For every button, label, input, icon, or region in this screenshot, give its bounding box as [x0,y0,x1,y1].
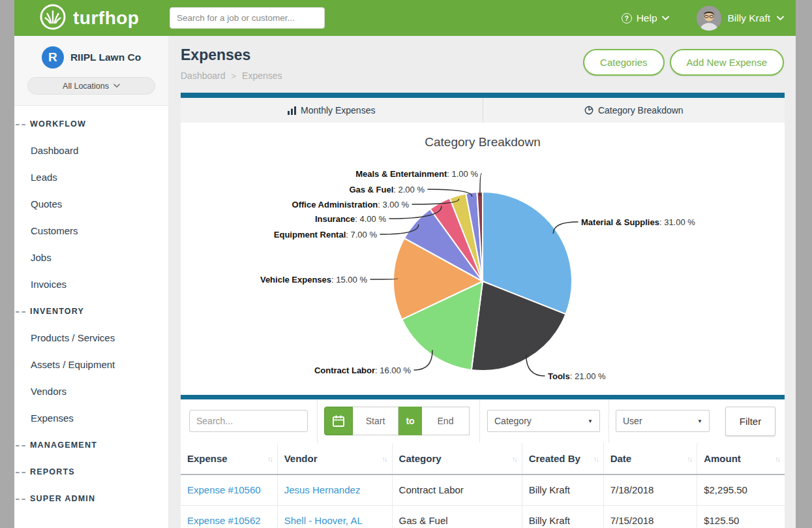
dashed-line-icon [16,472,25,473]
global-search-input[interactable] [170,7,325,29]
sidebar-section-reports[interactable]: REPORTS [14,458,168,485]
sidebar-section-label: REPORTS [30,467,75,476]
sidebar-item-invoices[interactable]: Invoices [14,271,168,298]
sidebar-section-management[interactable]: MANAGEMENT [14,431,168,458]
sidebar-company-block: R RIIPL Lawn Co All Locations [14,36,168,106]
company-name: RIIPL Lawn Co [70,52,141,63]
sort-icon[interactable]: ↑↓ [382,455,387,463]
breadcrumb-separator-icon: > [232,71,237,81]
help-icon: ? [622,13,632,23]
sidebar: R RIIPL Lawn Co All Locations WORKFLOWDa… [14,36,168,528]
chart-tabs: Monthly Expenses Category Breakdown [181,98,785,123]
table-row: Expense #10562Shell - Hoover, ALGas & Fu… [181,505,785,528]
chevron-down-icon [777,16,784,21]
sidebar-item-expenses[interactable]: Expenses [14,405,168,431]
main-content: Expenses Dashboard > Expenses Categories… [168,36,796,528]
cell-category: Contract Labor [392,474,522,505]
panel-top-accent [181,93,785,98]
sidebar-item-customers[interactable]: Customers [14,217,168,244]
sidebar-item-assets-equipment[interactable]: Assets / Equipment [14,351,168,378]
column-header-created-by[interactable]: Created By↑↓ [522,443,603,474]
pie-label-office-administration: Office Administration: 3.00 % [292,200,409,210]
sort-icon[interactable]: ↑↓ [687,455,691,463]
categories-button[interactable]: Categories [583,49,665,76]
brand-logo[interactable]: turfhop [39,3,139,33]
dashed-line-icon [16,445,25,446]
calendar-button[interactable] [324,407,353,435]
column-header-amount[interactable]: Amount↑↓ [697,443,785,474]
table-search-input[interactable] [189,410,308,432]
user-select[interactable]: User ▼ [616,410,710,432]
left-gutter [0,0,14,528]
category-select[interactable]: Category ▼ [487,410,600,432]
column-header-date[interactable]: Date↑↓ [603,443,697,474]
select-arrow-icon: ▼ [588,418,593,424]
sidebar-item-jobs[interactable]: Jobs [14,244,168,271]
turfhop-grass-icon [39,3,67,33]
sidebar-section-label: SUPER ADMIN [30,494,95,503]
date-start-input[interactable] [353,407,398,435]
pie-label-contract-labor: Contract Labor: 16.00 % [314,365,411,375]
breadcrumb: Dashboard > Expenses [181,70,282,81]
pie-label-meals-entertainment: Meals & Entertainment: 1.00 % [355,169,478,179]
sort-icon[interactable]: ↑↓ [775,455,779,463]
column-header-category[interactable]: Category↑↓ [392,443,522,474]
cell-expense[interactable]: Expense #10562 [181,505,277,528]
cell-amount: $2,295.50 [697,474,785,505]
sidebar-item-quotes[interactable]: Quotes [14,191,168,217]
table-row: Expense #10560Jesus HernandezContract La… [181,474,785,505]
chevron-down-icon [113,84,120,88]
expenses-table: Expense↑↓Vendor↑↓Category↑↓Created By↑↓D… [181,443,785,528]
cell-amount: $125.50 [697,505,785,528]
pie-label-equipment-rental: Equipment Rental: 7.00 % [274,230,377,240]
cell-expense[interactable]: Expense #10560 [181,474,277,505]
expenses-panel: Monthly Expenses Category Breakdown Cate… [181,93,785,528]
cell-vendor[interactable]: Jesus Hernandez [277,474,392,505]
column-header-expense[interactable]: Expense↑↓ [181,443,277,474]
sidebar-section-workflow[interactable]: WORKFLOW [14,110,168,137]
pie-label-insurance: Insurance: 4.00 % [315,214,386,224]
cell-vendor[interactable]: Shell - Hoover, AL [277,505,392,528]
sort-icon[interactable]: ↑↓ [594,455,598,463]
location-selector[interactable]: All Locations [27,77,155,95]
page-title: Expenses [181,46,250,64]
sidebar-section-label: MANAGEMENT [30,441,97,450]
scrollbar[interactable] [796,0,812,528]
calendar-icon [332,414,345,427]
select-arrow-icon: ▼ [697,418,702,424]
sidebar-section-super-admin[interactable]: SUPER ADMIN [14,485,168,512]
cell-created-by: Billy Kraft [522,505,603,528]
user-name: Billy Kraft [728,12,770,24]
cell-category: Gas & Fuel [392,505,522,528]
sidebar-item-leads[interactable]: Leads [14,164,168,191]
pie-chart-area: Category Breakdown Material & Supplies: … [181,123,785,395]
add-new-expense-button[interactable]: Add New Expense [670,49,784,76]
sidebar-item-products-services[interactable]: Products / Services [14,324,168,351]
sidebar-item-vendors[interactable]: Vendors [14,378,168,405]
pie-label-gas-fuel: Gas & Fuel: 2.00 % [349,185,425,194]
column-header-vendor[interactable]: Vendor↑↓ [277,443,392,474]
top-navbar: turfhop ? Help Billy Kraft [14,0,796,36]
sort-icon[interactable]: ↑↓ [512,455,517,463]
sidebar-nav: WORKFLOWDashboardLeadsQuotesCustomersJob… [14,106,168,512]
pie-label-material-supplies: Material & Supplies: 31.00 % [581,217,695,227]
tab-monthly-expenses[interactable]: Monthly Expenses [181,98,483,123]
help-menu[interactable]: ? Help [622,12,669,24]
pie-label-vehicle-expenses: Vehicle Expenses: 15.00 % [260,275,367,285]
dashed-line-icon [16,311,25,313]
date-end-input[interactable] [422,407,470,435]
sidebar-section-label: WORKFLOW [30,119,86,129]
dashed-line-icon [16,124,25,125]
breadcrumb-dashboard[interactable]: Dashboard [181,70,226,81]
table-header-row: Expense↑↓Vendor↑↓Category↑↓Created By↑↓D… [181,443,785,474]
avatar [697,6,721,31]
pie-svg [181,123,785,395]
sort-icon[interactable]: ↑↓ [267,455,272,463]
sidebar-item-dashboard[interactable]: Dashboard [14,137,168,164]
user-menu[interactable]: Billy Kraft [697,6,784,31]
tab-category-breakdown[interactable]: Category Breakdown [483,98,785,123]
dashed-line-icon [16,499,25,500]
sidebar-section-label: INVENTORY [30,307,84,316]
filter-button[interactable]: Filter [725,407,775,436]
sidebar-section-inventory[interactable]: INVENTORY [14,298,168,324]
